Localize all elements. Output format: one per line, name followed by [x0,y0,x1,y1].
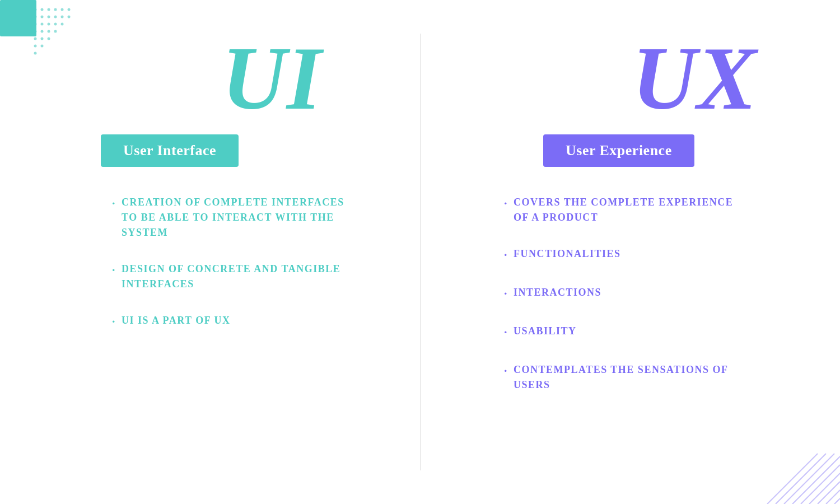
ui-big-letter: UI [222,34,321,123]
bullet-dot: · [504,323,508,341]
ux-bullet-list: · COVERS THE COMPLETE EXPERIENCE OF A PR… [504,195,749,414]
ui-badge: User Interface [101,134,239,167]
ux-badge: User Experience [543,134,694,167]
ui-column: UI User Interface · CREATION OF COMPLETE… [0,0,448,504]
bullet-dot: · [112,260,116,279]
ux-bullet-text-4: USABILITY [514,324,577,339]
ui-bullet-1: · CREATION OF COMPLETE INTERFACES TO BE … [112,195,357,240]
ui-bullet-text-3: UI IS A PART OF UX [122,313,231,328]
ux-big-letter: UX [632,34,757,123]
ui-bullet-2: · DESIGN OF CONCRETE AND TANGIBLE INTERF… [112,262,357,292]
ux-bullet-text-1: COVERS THE COMPLETE EXPERIENCE OF A PROD… [514,195,749,225]
ux-bullet-1: · COVERS THE COMPLETE EXPERIENCE OF A PR… [504,195,749,225]
ux-bullet-5: · CONTEMPLATES THE SENSATIONS OF USERS [504,362,749,393]
ux-bullet-text-5: CONTEMPLATES THE SENSATIONS OF USERS [514,362,749,393]
ux-column: UX User Experience · COVERS THE COMPLETE… [448,0,840,504]
bullet-dot: · [504,245,508,264]
ux-bullet-text-2: FUNCTIONALITIES [514,246,621,262]
bullet-dot: · [112,194,116,212]
bullet-dot: · [112,312,116,330]
ui-bullet-text-2: DESIGN OF CONCRETE AND TANGIBLE INTERFAC… [122,262,357,292]
ux-bullet-text-3: INTERACTIONS [514,285,601,300]
ui-bullet-3: · UI IS A PART OF UX [112,313,357,330]
ui-bullet-list: · CREATION OF COMPLETE INTERFACES TO BE … [112,195,357,352]
bullet-dot: · [504,361,508,380]
ui-bullet-text-1: CREATION OF COMPLETE INTERFACES TO BE AB… [122,195,357,240]
ux-bullet-3: · INTERACTIONS [504,285,749,302]
bullet-dot: · [504,194,508,212]
ux-bullet-4: · USABILITY [504,324,749,341]
bullet-dot: · [504,284,508,302]
ux-bullet-2: · FUNCTIONALITIES [504,246,749,264]
main-container: UI User Interface · CREATION OF COMPLETE… [0,0,840,504]
